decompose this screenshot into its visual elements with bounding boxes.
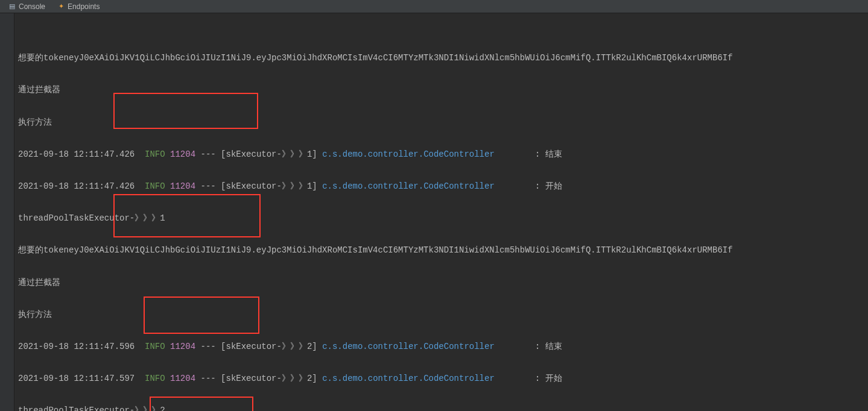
tab-endpoints-label: Endpoints xyxy=(68,2,100,11)
tab-console[interactable]: Console xyxy=(2,1,51,12)
log-line: 想要的tokeneyJ0eXAiOiJKV1QiLCJhbGciOiJIUzI1… xyxy=(18,242,866,259)
console-icon xyxy=(8,3,16,10)
log-line: 2021-09-18 12:11:47.426 INFO 11204 --- [… xyxy=(18,146,866,163)
tool-window-tabs: Console Endpoints xyxy=(0,0,868,13)
log-lines: 想要的tokeneyJ0eXAiOiJKV1QiLCJhbGciOiJIUzI1… xyxy=(17,34,866,411)
endpoints-icon xyxy=(57,3,65,10)
tab-console-label: Console xyxy=(19,2,45,11)
log-line: threadPoolTaskExecutor-》》》2 xyxy=(18,403,866,411)
log-line: 2021-09-18 12:11:47.596 INFO 11204 --- [… xyxy=(18,339,866,355)
log-line: 想要的tokeneyJ0eXAiOiJKV1QiLCJhbGciOiJIUzI1… xyxy=(18,50,866,66)
log-line: 通过拦截器 xyxy=(18,275,866,291)
log-line: 2021-09-18 12:11:47.597 INFO 11204 --- [… xyxy=(18,371,866,387)
console-output[interactable]: 想要的tokeneyJ0eXAiOiJKV1QiLCJhbGciOiJIUzI1… xyxy=(0,13,868,411)
log-line: 2021-09-18 12:11:47.426 INFO 11204 --- [… xyxy=(18,178,866,195)
log-line: threadPoolTaskExecutor-》》》1 xyxy=(18,210,866,227)
log-line: 执行方法 xyxy=(18,115,866,131)
log-line: 通过拦截器 xyxy=(18,82,866,98)
tab-endpoints[interactable]: Endpoints xyxy=(51,1,106,12)
log-line: 执行方法 xyxy=(18,307,866,323)
